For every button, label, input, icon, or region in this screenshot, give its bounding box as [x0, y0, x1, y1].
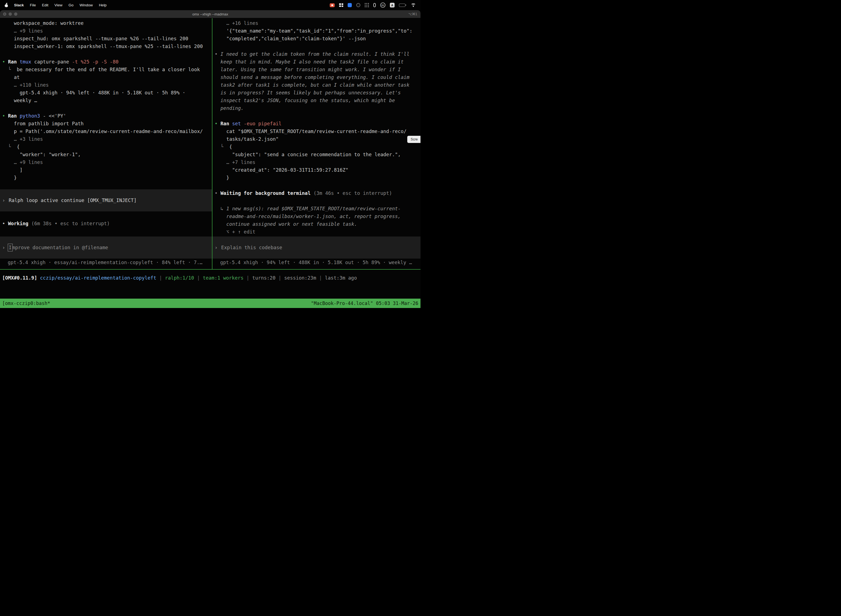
- window-grid-icon[interactable]: [339, 3, 343, 7]
- chat-input-placeholder: Explain this codebase: [221, 245, 282, 250]
- chat-input-left[interactable]: › Improve documentation in @filename: [0, 236, 212, 259]
- battery-icon[interactable]: [399, 4, 406, 7]
- terminal-line: should send a message before completing …: [212, 73, 420, 81]
- menu-go[interactable]: Go: [66, 3, 76, 7]
- terminal-line: └ {: [212, 143, 420, 151]
- terminal-line: [212, 112, 420, 120]
- prompt-chevron-icon: ›: [2, 245, 5, 250]
- terminal-line: • I need to get the claim token from the…: [212, 50, 420, 58]
- terminal-line: [212, 197, 420, 205]
- terminal-line: … +9 lines: [0, 158, 212, 166]
- input-source-icon[interactable]: A: [390, 3, 394, 7]
- terminal-line: … +7 lines: [212, 158, 420, 166]
- battery-percent-badge[interactable]: 61: [380, 3, 385, 8]
- terminal-line: readme-and-reco/mailbox/worker-1.json, a…: [212, 213, 420, 220]
- inject-banner-text: Ralph loop active continue [OMX_TMUX_INJ…: [9, 198, 137, 203]
- terminal-line: [212, 182, 420, 189]
- window-shortcut-badge: ⌥⌘1: [408, 12, 420, 16]
- chat-input-right[interactable]: › Explain this codebase: [212, 236, 420, 259]
- terminal-window: × omx --xhigh --madmax ⌥⌘1 workspace_mod…: [0, 10, 420, 308]
- terminal-line: inspect task2's JSON, focusing on the st…: [212, 97, 420, 104]
- terminal-line: task2 after task1 is complete, but can I…: [212, 81, 420, 89]
- traffic-lights: ×: [0, 12, 18, 16]
- screen-share-tooltip: Scre: [407, 136, 420, 143]
- omx-status-line: [OMX#0.11.9] cczip/essay/ai-reimplementa…: [0, 270, 420, 282]
- menu-app-name[interactable]: Slack: [11, 3, 26, 7]
- window-title-bar[interactable]: × omx --xhigh --madmax ⌥⌘1: [0, 10, 420, 18]
- terminal-line: inspect_hud: omx sparkshell --tmux-pane …: [0, 35, 212, 43]
- terminal-line: … +9 lines: [0, 27, 212, 35]
- terminal-line: p = Path('.omx/state/team/review-current…: [0, 128, 212, 135]
- tmux-status-bar: [omx-cczip0:bash* "MacBook-Pro-44.local"…: [0, 299, 420, 308]
- menu-bar-left: Slack File Edit View Go Window Help: [4, 3, 109, 7]
- terminal-line: … +110 lines: [0, 81, 212, 89]
- terminal-line: ]: [0, 166, 212, 174]
- terminal-line: continue assigned work or next feasible …: [212, 220, 420, 228]
- terminal-line: from pathlib import Path: [0, 120, 212, 128]
- chat-input-placeholder: Improve documentation in @filename: [9, 245, 108, 250]
- terminal-line: • Working (6m 38s • esc to interrupt): [0, 220, 212, 227]
- apple-menu-icon[interactable]: [4, 3, 9, 7]
- right-pane-scrollback: … +16 lines '{"team_name":"my-team","tas…: [212, 19, 420, 236]
- pill-app-icon[interactable]: [373, 3, 376, 7]
- terminal-line: }: [212, 174, 420, 182]
- terminal-line: … +16 lines: [212, 19, 420, 27]
- menu-help[interactable]: Help: [96, 3, 109, 7]
- terminal-line: cat "$OMX_TEAM_STATE_ROOT/team/review-cu…: [212, 128, 420, 135]
- terminal-line: [0, 182, 212, 189]
- left-pane-footer: gpt-5.4 xhigh · essay/ai-reimplementatio…: [0, 259, 212, 266]
- text-cursor: I: [9, 245, 12, 250]
- right-pane-footer: gpt-5.4 xhigh · 94% left · 488K in · 5.1…: [212, 259, 420, 266]
- terminal-line: "created_at": "2026-03-31T11:59:27.816Z": [212, 166, 420, 174]
- placeholder-rest: mprove documentation in @filename: [12, 245, 108, 250]
- close-button[interactable]: ×: [3, 12, 6, 16]
- terminal-line: [212, 43, 420, 50]
- terminal-line: }: [0, 174, 212, 182]
- tmux-pane-right[interactable]: … +16 lines '{"team_name":"my-team","tas…: [212, 18, 420, 269]
- menu-view[interactable]: View: [51, 3, 65, 7]
- terminal-line: at: [0, 73, 212, 81]
- terminal-line: • Ran tmux capture-pane -t %25 -p -S -80: [0, 58, 212, 66]
- left-pane-scrollback: workspace_mode: worktree … +9 lines insp…: [0, 19, 212, 189]
- terminal-line: └ be necessary for the end of the README…: [0, 66, 212, 73]
- menu-bar-status-icons: 61 A: [330, 3, 416, 8]
- tmux-pane-left[interactable]: workspace_mode: worktree … +9 lines insp…: [0, 18, 212, 269]
- terminal-line: workspace_mode: worktree: [0, 19, 212, 27]
- dots-grid-icon[interactable]: [365, 3, 369, 7]
- terminal-line: inspect_worker-1: omx sparkshell --tmux-…: [0, 43, 212, 50]
- terminal-line: └ {: [0, 143, 212, 151]
- menu-edit[interactable]: Edit: [39, 3, 51, 7]
- prompt-chevron-icon: ›: [2, 198, 5, 203]
- terminal-line: [OMX#0.11.9] cczip/essay/ai-reimplementa…: [0, 274, 420, 282]
- menu-bar: Slack File Edit View Go Window Help 61 A: [0, 0, 420, 10]
- terminal-line: [0, 50, 212, 58]
- terminal-line: • Waiting for background terminal (3m 46…: [212, 189, 420, 197]
- screen-recording-indicator-icon[interactable]: [330, 3, 335, 7]
- inject-banner[interactable]: › Ralph loop active continue [OMX_TMUX_I…: [0, 189, 212, 211]
- tmux-session-label: [omx-cczip0:bash*: [2, 301, 50, 306]
- tmux-host-clock: "MacBook-Pro-44.local" 05:03 31-Mar-26: [311, 301, 418, 306]
- terminal-line: ↳ 1 new msg(s): read $OMX_TEAM_STATE_ROO…: [212, 205, 420, 213]
- blue-app-icon[interactable]: [348, 3, 352, 7]
- terminal-line: pending.: [212, 104, 420, 112]
- wifi-icon[interactable]: [410, 3, 416, 7]
- dark-app-icon[interactable]: [356, 3, 360, 7]
- terminal-line: "completed","claim_token":"claim-token"}…: [212, 35, 420, 43]
- terminal-line: gpt-5.4 xhigh · 94% left · 488K in · 5.1…: [0, 89, 212, 97]
- terminal-line: tasks/task-2.json": [212, 135, 420, 143]
- terminal-line: ⌥ + ↑ edit: [212, 228, 420, 236]
- terminal-line: weekly …: [0, 97, 212, 104]
- window-title: omx --xhigh --madmax: [0, 12, 420, 16]
- terminal-line: '{"team_name":"my-team","task_id":"1","f…: [212, 27, 420, 35]
- minimize-button[interactable]: [9, 12, 12, 16]
- tmux-panes: workspace_mode: worktree … +9 lines insp…: [0, 18, 420, 269]
- terminal-line: • Ran python3 - <<'PY': [0, 112, 212, 120]
- zoom-button[interactable]: [14, 12, 18, 16]
- terminal-line: [0, 104, 212, 112]
- terminal-line: keep that in mind. Maybe I also need the…: [212, 58, 420, 66]
- prompt-chevron-icon: ›: [215, 245, 218, 250]
- menu-file[interactable]: File: [27, 3, 39, 7]
- terminal-content: workspace_mode: worktree … +9 lines insp…: [0, 18, 420, 308]
- working-status-row: • Working (6m 38s • esc to interrupt): [0, 220, 212, 227]
- menu-window[interactable]: Window: [77, 3, 95, 7]
